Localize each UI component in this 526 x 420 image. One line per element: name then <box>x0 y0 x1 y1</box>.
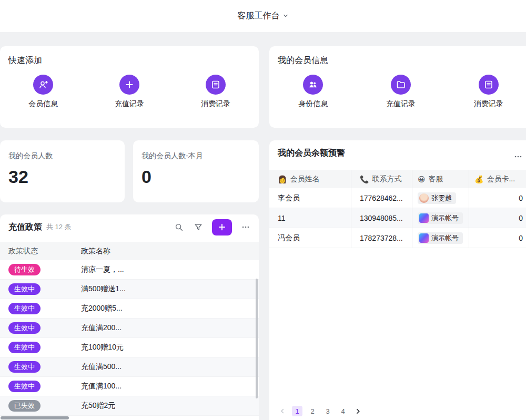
folder-icon <box>391 75 411 95</box>
my-consume-record-button[interactable]: 消费记录 <box>444 75 526 109</box>
status-badge: 生效中 <box>8 322 41 334</box>
agent-field-icon: 😀 <box>418 175 426 183</box>
stat-label: 我的会员人数-本月 <box>141 151 203 161</box>
card-balance: 0 <box>469 228 526 248</box>
horizontal-scrollbar[interactable] <box>1 416 69 419</box>
next-page-button[interactable] <box>353 406 362 416</box>
add-record-button[interactable] <box>212 219 232 235</box>
quick-add-member-info-button[interactable]: 会员信息 <box>0 75 86 109</box>
status-badge: 生效中 <box>8 303 41 314</box>
column-header-member-name: 👩 会员姓名 <box>269 170 351 188</box>
table-row[interactable]: 已失效 充50赠2元 <box>0 396 259 416</box>
table-row[interactable]: 生效中 满500赠送1... <box>0 280 259 299</box>
column-header-contact: 📞 联系方式 <box>351 170 412 188</box>
balance-warning-card: 我的会员余额预警 👩 会员姓名 📞 联系方式 😀 客服 💰 会员卡... <box>269 140 526 420</box>
table-row[interactable]: 生效中 充值满100... <box>0 377 259 396</box>
table-row[interactable]: 生效中 充值满500... <box>0 357 259 377</box>
avatar <box>419 193 429 203</box>
workspace-title-dropdown[interactable]: 客服工作台 <box>238 11 289 22</box>
phone-field-icon: 📞 <box>360 175 369 183</box>
prev-page-button[interactable] <box>278 406 287 416</box>
plus-icon <box>119 75 139 95</box>
quick-add-card: 快速添加 会员信息 充值记录 消费记录 <box>0 46 259 128</box>
table-row[interactable]: 生效中 充2000赠5... <box>0 299 259 319</box>
policy-name: 充100赠10元 <box>81 343 259 352</box>
member-phone: 177628462... <box>351 188 412 208</box>
stat-value: 0 <box>141 167 151 187</box>
agent-cell: 演示帐号 <box>412 228 469 248</box>
status-badge: 生效中 <box>8 381 41 392</box>
page-button-1[interactable]: 1 <box>292 406 302 416</box>
more-icon[interactable] <box>240 221 251 233</box>
agent-name: 演示帐号 <box>431 233 459 243</box>
page-title: 客服工作台 <box>238 11 280 22</box>
column-label: 会员姓名 <box>290 175 319 184</box>
policy-name: 充值满100... <box>81 382 259 391</box>
table-row[interactable]: 生效中 充值满200... <box>0 319 259 338</box>
table-header: 政策状态 政策名称 <box>0 242 259 260</box>
receipt-icon <box>206 75 226 95</box>
top-bar: 客服工作台 <box>0 0 526 32</box>
status-badge: 生效中 <box>8 342 41 353</box>
agent-chip: 张雯越 <box>418 192 456 204</box>
avatar <box>419 213 429 223</box>
column-label: 客服 <box>429 175 443 184</box>
quick-add-consume-record-button[interactable]: 消费记录 <box>173 75 259 109</box>
table-header: 👩 会员姓名 📞 联系方式 😀 客服 💰 会员卡... <box>269 170 526 188</box>
table-row[interactable]: 生效中 充100赠10元 <box>0 338 259 357</box>
policy-table: 政策状态 政策名称 待生效 清凉一夏，... 生效中 满500赠送1... 生效… <box>0 242 259 416</box>
table-row[interactable]: 待生效 清凉一夏，... <box>0 260 259 280</box>
policy-name: 充值满500... <box>81 362 259 372</box>
column-label: 联系方式 <box>372 175 401 184</box>
vertical-scrollbar[interactable] <box>256 279 258 398</box>
icon-label: 充值记录 <box>115 99 144 109</box>
icon-label: 会员信息 <box>28 99 58 109</box>
agent-name: 张雯越 <box>431 193 452 203</box>
money-field-icon: 💰 <box>474 175 483 183</box>
stat-label: 我的会员人数 <box>8 151 53 161</box>
policy-name: 满500赠送1... <box>81 284 259 294</box>
policy-name: 清凉一夏，... <box>81 265 259 274</box>
page-button-2[interactable]: 2 <box>307 406 318 416</box>
quick-add-recharge-record-button[interactable]: 充值记录 <box>86 75 173 109</box>
member-phone: 130948085... <box>351 208 412 228</box>
filter-icon[interactable] <box>193 221 204 233</box>
icon-label: 充值记录 <box>386 99 416 109</box>
status-badge: 已失效 <box>8 400 41 412</box>
card-title: 我的会员余额预警 <box>278 148 345 159</box>
page-button-4[interactable]: 4 <box>338 406 348 416</box>
status-badge: 生效中 <box>8 283 41 295</box>
icon-label: 消费记录 <box>201 99 230 109</box>
more-icon[interactable] <box>512 151 524 162</box>
person-field-icon: 👩 <box>278 175 287 183</box>
member-name: 冯会员 <box>269 228 351 248</box>
my-member-info-card: 我的会员信息 身份信息 充值记录 消费记录 <box>269 46 526 128</box>
search-icon[interactable] <box>173 221 185 233</box>
card-balance: 0 <box>469 208 526 228</box>
person-add-icon <box>33 75 53 95</box>
receipt-icon <box>479 75 499 95</box>
stat-card-member-count: 我的会员人数 32 <box>0 140 125 202</box>
agent-chip: 演示帐号 <box>418 212 463 224</box>
table-row[interactable]: 李会员 177628462... 张雯越 0 <box>269 188 526 208</box>
people-icon <box>303 75 323 95</box>
record-count: 共 12 条 <box>46 222 72 232</box>
table-row[interactable]: 冯会员 178273728... 演示帐号 0 <box>269 228 526 248</box>
icon-label: 身份信息 <box>298 99 328 109</box>
chevron-down-icon <box>282 12 289 21</box>
stat-card-member-count-month: 我的会员人数-本月 0 <box>133 140 259 202</box>
status-badge: 生效中 <box>8 361 41 373</box>
my-recharge-record-button[interactable]: 充值记录 <box>357 75 445 109</box>
recharge-policy-card: 充值政策 共 12 条 政策状态 政策名称 待生效 清凉一夏，... <box>0 214 259 420</box>
column-header-card-balance: 💰 会员卡... <box>469 170 526 188</box>
column-header-agent: 😀 客服 <box>412 170 469 188</box>
stat-value: 32 <box>8 167 28 187</box>
table-row[interactable]: 11 130948085... 演示帐号 0 <box>269 208 526 228</box>
member-phone: 178273728... <box>351 228 412 248</box>
column-header-name: 政策名称 <box>81 247 259 256</box>
member-name: 11 <box>269 208 351 228</box>
page-button-3[interactable]: 3 <box>322 406 333 416</box>
card-title: 快速添加 <box>8 55 42 66</box>
policy-name: 充值满200... <box>81 323 259 333</box>
identity-info-button[interactable]: 身份信息 <box>269 75 357 109</box>
